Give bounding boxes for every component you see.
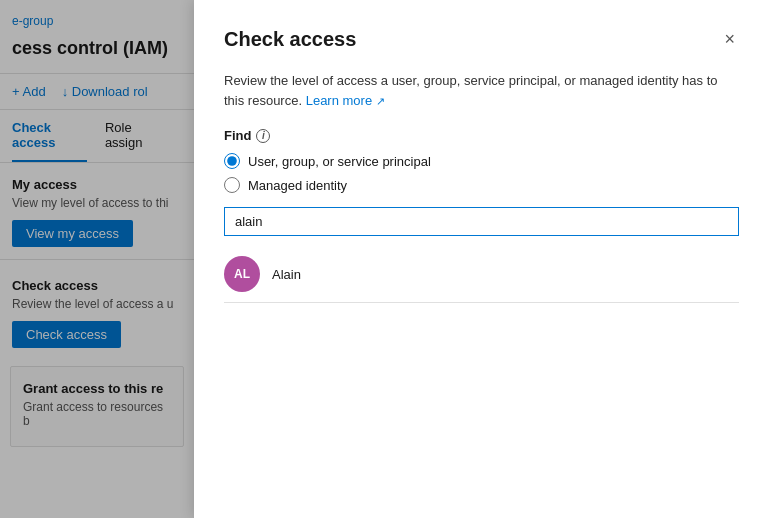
modal-description: Review the level of access a user, group… [224, 71, 739, 110]
radio-user-label: User, group, or service principal [248, 154, 431, 169]
result-name: Alain [272, 267, 301, 282]
check-access-modal: Check access × Review the level of acces… [194, 0, 769, 518]
search-result-item[interactable]: AL Alain [224, 250, 739, 298]
learn-more-link[interactable]: Learn more [306, 93, 372, 108]
radio-user-input[interactable] [224, 153, 240, 169]
close-button[interactable]: × [720, 28, 739, 50]
radio-managed-identity[interactable]: Managed identity [224, 177, 739, 193]
modal-header: Check access × [224, 28, 739, 51]
modal-title: Check access [224, 28, 356, 51]
find-label: Find i [224, 128, 739, 143]
results-divider [224, 302, 739, 303]
search-input[interactable] [224, 207, 739, 236]
radio-managed-label: Managed identity [248, 178, 347, 193]
radio-managed-input[interactable] [224, 177, 240, 193]
info-icon: i [256, 129, 270, 143]
radio-user-group[interactable]: User, group, or service principal [224, 153, 739, 169]
external-link-icon: ↗ [376, 95, 385, 107]
radio-group: User, group, or service principal Manage… [224, 153, 739, 193]
avatar: AL [224, 256, 260, 292]
